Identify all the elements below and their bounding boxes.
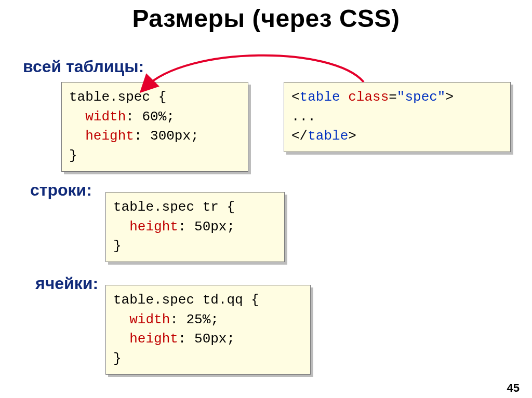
css-selector: table.spec (69, 89, 150, 105)
css-prop-cell-height: height (129, 331, 178, 347)
html-ellipsis: ... (291, 109, 316, 125)
css-selector-row: table.spec tr (113, 199, 219, 215)
label-whole-table: всей таблицы: (23, 57, 144, 76)
css-prop-row-height: height (129, 219, 178, 235)
codebox-row-css: table.spec tr { height: 50px; } (105, 192, 285, 262)
css-prop-width: width (85, 109, 126, 125)
html-tag-table-open: table (300, 89, 349, 105)
css-selector-cell: table.spec td.qq (113, 292, 243, 308)
label-cell: ячейки: (35, 274, 98, 293)
codebox-table-css: table.spec { width: 60%; height: 300px; … (61, 82, 248, 172)
html-attr-value: "spec" (397, 89, 446, 105)
slide-title: Размеры (через CSS) (0, 4, 532, 33)
label-row: строки: (30, 181, 92, 200)
codebox-cell-css: table.spec td.qq { width: 25%; height: 5… (105, 285, 311, 375)
html-tag-table-close: table (308, 128, 348, 144)
html-attr-class: class (348, 89, 389, 105)
css-prop-height: height (85, 128, 134, 144)
css-prop-cell-width: width (129, 312, 170, 327)
slide: Размеры (через CSS) всей таблицы: table.… (0, 4, 532, 398)
codebox-html: <table class="spec"> ... </table> (284, 82, 511, 152)
page-number: 45 (507, 381, 520, 395)
